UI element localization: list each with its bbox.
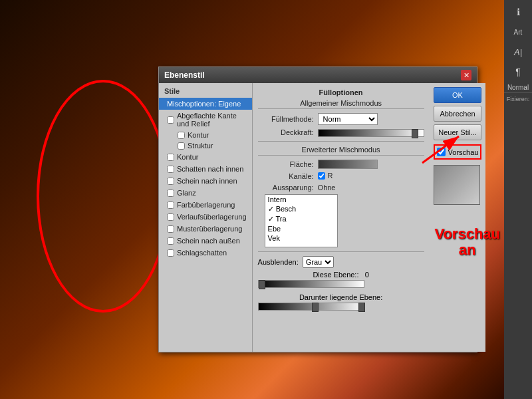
style-item-farbuberlagerung[interactable]: Farbüberlagerung	[159, 199, 252, 211]
flaeche-row: Fläche:	[258, 160, 424, 169]
farbuberlagerung-checkbox[interactable]	[167, 201, 174, 209]
listbox[interactable]: Intern Besch Tra Ebe Vek	[265, 194, 338, 247]
style-item-struktur[interactable]: Struktur	[159, 140, 252, 151]
abbrechen-button[interactable]: Abbrechen	[434, 106, 482, 122]
struktur-checkbox[interactable]	[178, 142, 185, 150]
neuer-stil-button[interactable]: Neuer Stil...	[434, 124, 482, 140]
deckkraft-control	[318, 128, 424, 137]
listbox-tra[interactable]: Tra	[265, 214, 337, 224]
aussparung-control: Ohne	[318, 184, 424, 192]
style-item-schlagschatten[interactable]: Schlagschatten	[159, 247, 252, 259]
muster-checkbox[interactable]	[167, 225, 174, 233]
fuellmethode-label: Füllmethode:	[258, 115, 318, 123]
allg-mischmod-title: Allgemeiner Mischmodus	[258, 99, 424, 109]
flaeche-swatch[interactable]	[318, 160, 378, 169]
darunter-label: Darunter liegende Ebene:	[258, 293, 424, 301]
kontur-sub1-checkbox[interactable]	[178, 132, 185, 139]
fuellmethode-control: Norm	[318, 113, 424, 125]
kanaele-label: Kanäle:	[258, 172, 318, 180]
glanz-checkbox[interactable]	[167, 190, 174, 197]
vorschau-row: Vorschau	[434, 144, 482, 160]
fill-options-title: Fülloptionen	[258, 88, 424, 96]
kanaele-checkbox-row: R	[318, 172, 424, 180]
kontur-checkbox[interactable]	[167, 154, 174, 161]
style-item-schatten-innen[interactable]: Schatten nach innen	[159, 163, 252, 175]
fixieren-label: Fixieren:	[507, 96, 530, 102]
schein-innen-checkbox[interactable]	[167, 178, 174, 185]
kanaele-control: R	[318, 172, 424, 181]
deckkraft-slider-track[interactable]	[318, 129, 424, 137]
listbox-vek[interactable]: Vek	[265, 233, 337, 243]
deckkraft-row: Deckkraft:	[258, 128, 424, 137]
kanaele-r-label: R	[328, 172, 333, 180]
ebenenstil-dialog: Ebenenstil ✕ Stile Mischoptionen: Eigene…	[158, 66, 477, 352]
style-item-mischoptionen[interactable]: Mischoptionen: Eigene	[159, 98, 252, 110]
style-item-schein-aussen[interactable]: Schein nach außen	[159, 235, 252, 247]
diese-ebene-label: Diese Ebene:: 0	[258, 271, 424, 279]
style-item-kontur[interactable]: Kontur	[159, 151, 252, 163]
buttons-panel: OK Abbrechen Neuer Stil... Vorschau	[430, 83, 486, 352]
vorschau-label: Vorschau	[448, 148, 479, 156]
diese-ebene-slider[interactable]	[258, 280, 364, 288]
deckkraft-slider-handle[interactable]	[412, 129, 418, 138]
fuellmethode-row: Füllmethode: Norm	[258, 113, 424, 125]
ausblenden-row: Ausblenden: Grau	[258, 256, 424, 268]
dialog-body: Stile Mischoptionen: Eigene Abgeflachte …	[159, 83, 477, 352]
verlauf-checkbox[interactable]	[167, 213, 174, 221]
style-item-schein-innen[interactable]: Schein nach innen	[159, 175, 252, 187]
schlagschatten-checkbox[interactable]	[167, 249, 174, 257]
dialog-titlebar: Ebenenstil ✕	[159, 67, 477, 83]
deckkraft-label: Deckkraft:	[258, 128, 318, 136]
listbox-intern[interactable]: Intern	[265, 195, 337, 204]
art-label[interactable]: Art	[507, 23, 529, 41]
abgeflachte-checkbox[interactable]	[167, 116, 174, 124]
schein-aussen-checkbox[interactable]	[167, 237, 174, 245]
flaeche-control	[318, 160, 424, 169]
vorschau-checkbox[interactable]	[437, 148, 446, 156]
options-panel: Fülloptionen Allgemeiner Mischmodus Füll…	[253, 83, 430, 352]
aussparung-value: Ohne	[318, 184, 336, 192]
ausblenden-label: Ausblenden:	[258, 258, 299, 266]
erw-mischmod-title: Erweiterter Mischmodus	[258, 146, 424, 156]
schatten-innen-checkbox[interactable]	[167, 166, 174, 173]
info-icon[interactable]: ℹ	[507, 3, 529, 21]
paragraph-icon[interactable]: ¶	[507, 63, 529, 81]
kanaele-r-checkbox[interactable]	[318, 172, 325, 180]
darunter-slider[interactable]	[258, 303, 364, 311]
blend-mode-label: Normal	[504, 82, 532, 93]
style-item-abgeflachte[interactable]: Abgeflachte Kante und Relief	[159, 110, 252, 130]
preview-thumbnail	[434, 165, 480, 205]
dialog-title: Ebenenstil	[164, 70, 205, 80]
ok-button[interactable]: OK	[434, 87, 482, 103]
aussparung-label: Aussparung:	[258, 184, 318, 192]
style-item-verlaufsüberlagerung[interactable]: Verlaufsüberlagerung	[159, 211, 252, 223]
aussparung-row: Aussparung: Ohne	[258, 184, 424, 192]
mischoptionen-label: Mischoptionen: Eigene	[167, 100, 241, 108]
close-button[interactable]: ✕	[461, 70, 471, 80]
text-icon[interactable]: A|	[507, 43, 529, 61]
style-item-kontur-sub1[interactable]: Kontur	[159, 130, 252, 140]
darunter-handle-left[interactable]	[312, 303, 319, 312]
fuellmethode-select[interactable]: Norm	[318, 113, 378, 125]
kanaele-row: Kanäle: R	[258, 172, 424, 181]
diese-ebene-handle[interactable]	[259, 280, 265, 289]
styles-header: Stile	[159, 86, 252, 98]
styles-panel: Stile Mischoptionen: Eigene Abgeflachte …	[159, 83, 253, 352]
listbox-ebe[interactable]: Ebe	[265, 224, 337, 233]
ausblenden-select[interactable]: Grau	[303, 256, 334, 268]
darunter-handle-right[interactable]	[358, 303, 365, 312]
style-item-glanz[interactable]: Glanz	[159, 187, 252, 199]
right-sidebar: ℹ Art A| ¶ Normal Fixieren:	[504, 0, 532, 399]
style-item-musterüberlagerung[interactable]: Musterüberlagerung	[159, 223, 252, 235]
flaeche-label: Fläche:	[258, 160, 318, 168]
listbox-besch[interactable]: Besch	[265, 204, 337, 214]
